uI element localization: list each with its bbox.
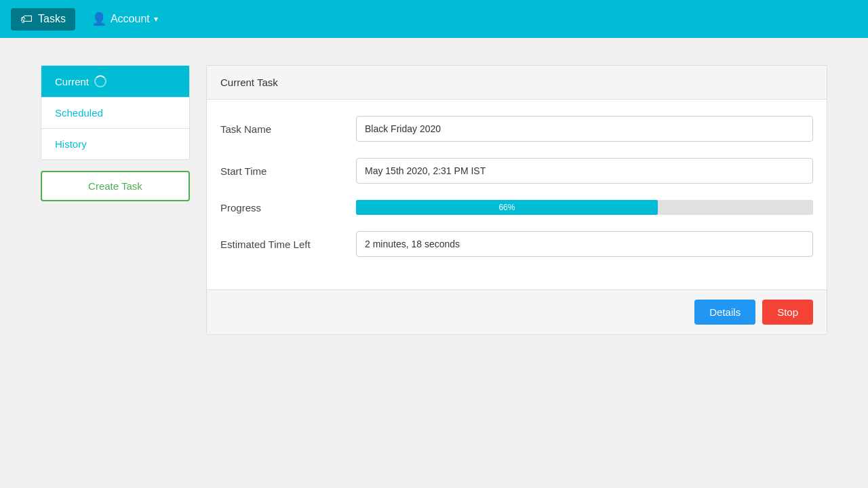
panel-title: Current Task (220, 77, 278, 88)
content-area: Current Task Task Name Start Time (206, 65, 827, 461)
tag-icon: 🏷 (20, 12, 33, 26)
task-name-input[interactable] (356, 116, 813, 142)
main-layout: Current Scheduled History Create Task Cu… (0, 38, 868, 488)
tasks-nav-button[interactable]: 🏷 Tasks (11, 8, 75, 30)
estimated-field (356, 231, 813, 257)
task-name-row: Task Name (220, 116, 813, 142)
chevron-down-icon: ▾ (154, 14, 158, 24)
stop-button[interactable]: Stop (762, 300, 813, 325)
sidebar-item-current[interactable]: Current (41, 66, 189, 97)
scheduled-label: Scheduled (55, 107, 103, 119)
create-task-button[interactable]: Create Task (41, 171, 190, 201)
account-icon: 👤 (92, 12, 106, 26)
progress-row: Progress 66% (220, 200, 813, 215)
panel-footer: Details Stop (207, 289, 827, 334)
sidebar-item-scheduled[interactable]: Scheduled (41, 98, 189, 128)
progress-bar-container: 66% (356, 200, 813, 215)
progress-field: 66% (356, 200, 813, 215)
details-button[interactable]: Details (694, 300, 755, 325)
current-label: Current (55, 76, 89, 87)
current-task-panel: Current Task Task Name Start Time (206, 65, 827, 335)
panel-header: Current Task (207, 66, 827, 100)
progress-text: 66% (356, 203, 658, 212)
account-label: Account (111, 13, 150, 25)
history-label: History (55, 138, 87, 150)
start-time-row: Start Time (220, 158, 813, 184)
loading-spinner (94, 75, 106, 87)
estimated-row: Estimated Time Left (220, 231, 813, 257)
start-time-label: Start Time (220, 165, 356, 177)
progress-label: Progress (220, 202, 356, 214)
start-time-field (356, 158, 813, 184)
sidebar-item-history[interactable]: History (41, 129, 189, 159)
sidebar: Current Scheduled History Create Task (41, 65, 190, 461)
start-time-input[interactable] (356, 158, 813, 184)
tasks-nav-label: Tasks (38, 13, 66, 25)
estimated-label: Estimated Time Left (220, 239, 356, 250)
account-menu[interactable]: 👤 Account ▾ (92, 12, 158, 26)
sidebar-nav: Current Scheduled History (41, 65, 190, 160)
estimated-input[interactable] (356, 231, 813, 257)
progress-bar-fill: 66% (356, 200, 658, 215)
task-name-label: Task Name (220, 123, 356, 135)
header: 🏷 Tasks 👤 Account ▾ (0, 0, 868, 38)
task-name-field (356, 116, 813, 142)
panel-body: Task Name Start Time Progress (207, 100, 827, 289)
